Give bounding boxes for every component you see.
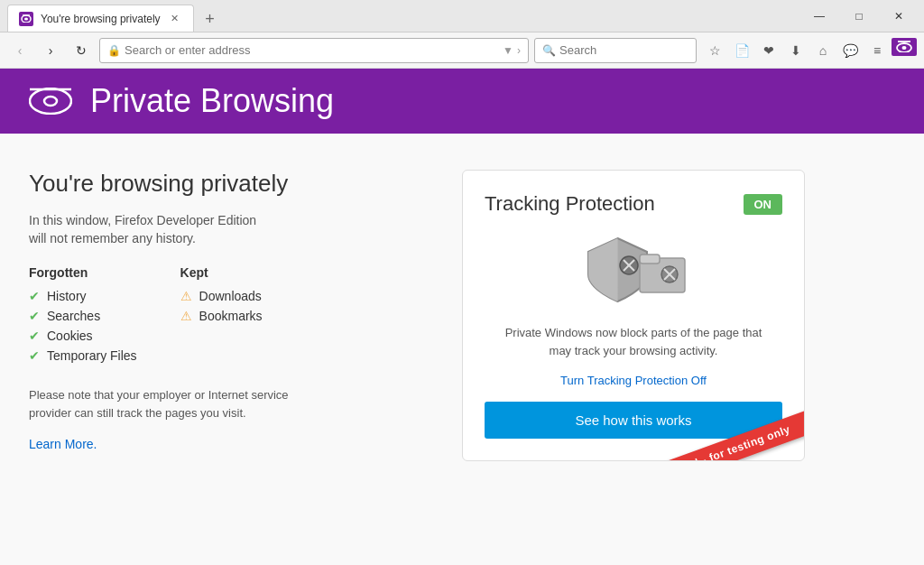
check-icon: ✔ (29, 309, 40, 323)
toolbar-icons: ☆ 📄 ❤ ⬇ ⌂ 💬 ≡ (702, 38, 917, 63)
check-icon: ✔ (29, 348, 40, 363)
on-badge: ON (744, 194, 783, 215)
forgotten-item-1: History (47, 289, 87, 303)
kept-item-2: Bookmarks (199, 309, 263, 323)
forgotten-item-3: Cookies (47, 329, 93, 343)
download-icon[interactable]: ⬇ (783, 38, 808, 63)
tracking-title: Tracking Protection (485, 192, 729, 216)
turn-off-link[interactable]: Turn Tracking Protection Off (485, 374, 782, 387)
lock-icon: 🔒 (107, 44, 121, 57)
title-bar: You're browsing privately ✕ + — □ ✕ (0, 0, 924, 32)
tracking-card: Tracking Protection ON (462, 170, 805, 461)
menu-button[interactable]: ≡ (864, 38, 890, 63)
back-button[interactable]: ‹ (7, 38, 32, 63)
bookmark-star-icon[interactable]: ☆ (702, 38, 727, 63)
forgotten-item-4: Temporary Files (47, 348, 137, 363)
nav-bar: ‹ › ↻ 🔒 ▼ › 🔍 ☆ 📄 ❤ ⬇ ⌂ 💬 ≡ (0, 32, 924, 69)
tab-close-button[interactable]: ✕ (168, 12, 182, 26)
go-button[interactable]: › (517, 44, 521, 57)
new-tab-button[interactable]: + (198, 6, 223, 32)
maximize-button[interactable]: □ (841, 4, 877, 29)
list-item: ✔Temporary Files (29, 348, 137, 363)
reload-button[interactable]: ↻ (69, 38, 94, 63)
shield-area (485, 234, 782, 306)
reader-icon[interactable]: 📄 (729, 38, 754, 63)
main-content: You're browsing privately In this window… (0, 134, 924, 565)
home-button[interactable]: ⌂ (810, 38, 836, 63)
active-tab[interactable]: You're browsing privately ✕ (7, 5, 194, 32)
tab-area: You're browsing privately ✕ + (7, 0, 801, 32)
left-panel: You're browsing privately In this window… (29, 170, 426, 529)
list-item: ✔Cookies (29, 329, 137, 343)
svg-point-7 (44, 97, 57, 106)
forgotten-items: ✔History ✔Searches ✔Cookies ✔Temporary F… (29, 289, 137, 363)
svg-rect-13 (640, 255, 660, 264)
folder-icon (638, 247, 688, 297)
close-button[interactable]: ✕ (881, 4, 917, 29)
private-browsing-icon[interactable] (892, 38, 917, 56)
forgotten-label: Forgotten (29, 265, 137, 280)
lists-row: Forgotten ✔History ✔Searches ✔Cookies ✔T… (29, 265, 426, 368)
pocket-icon[interactable]: ❤ (756, 38, 781, 63)
warn-icon: ⚠ (180, 309, 192, 323)
subtitle: In this window, Firefox Developer Editio… (29, 212, 426, 247)
tab-private-icon (19, 12, 33, 26)
list-item: ✔Searches (29, 309, 137, 323)
list-item: ⚠Downloads (180, 289, 263, 303)
list-item: ✔History (29, 289, 137, 303)
tracking-header: Tracking Protection ON (485, 192, 782, 216)
svg-point-1 (24, 18, 28, 21)
see-how-button[interactable]: See how this works (485, 402, 782, 439)
main-title: You're browsing privately (29, 170, 426, 198)
kept-item-1: Downloads (199, 289, 262, 303)
note-text: Please note that your employer or Intern… (29, 386, 426, 421)
shield-graphic (584, 234, 683, 306)
forward-button[interactable]: › (38, 38, 63, 63)
window-controls: — □ ✕ (801, 4, 917, 29)
tracking-desc: Private Windows now block parts of the p… (485, 324, 782, 359)
chat-icon[interactable]: 💬 (837, 38, 863, 63)
address-bar[interactable]: 🔒 ▼ › (99, 38, 529, 63)
purple-header: Private Browsing (0, 69, 924, 134)
search-bar[interactable]: 🔍 (534, 38, 697, 63)
svg-point-6 (30, 88, 71, 114)
search-input[interactable] (559, 43, 711, 57)
kept-label: Kept (180, 265, 263, 280)
dropdown-icon: ▼ (503, 44, 513, 57)
header-title: Private Browsing (90, 82, 334, 120)
list-item: ⚠Bookmarks (180, 309, 263, 323)
kept-items: ⚠Downloads ⚠Bookmarks (180, 289, 263, 323)
tab-title: You're browsing privately (41, 13, 161, 25)
forgotten-list: Forgotten ✔History ✔Searches ✔Cookies ✔T… (29, 265, 137, 368)
mask-icon (29, 87, 72, 116)
search-icon: 🔍 (542, 44, 556, 57)
learn-more-link[interactable]: Learn More. (29, 437, 97, 451)
kept-list: Kept ⚠Downloads ⚠Bookmarks (180, 265, 263, 368)
minimize-button[interactable]: — (801, 4, 837, 29)
check-icon: ✔ (29, 289, 40, 303)
svg-point-4 (902, 46, 907, 50)
forgotten-item-2: Searches (47, 309, 100, 323)
warn-icon: ⚠ (180, 289, 192, 303)
address-input[interactable] (125, 43, 499, 57)
right-panel: Tracking Protection ON (462, 170, 805, 529)
check-icon: ✔ (29, 329, 40, 343)
